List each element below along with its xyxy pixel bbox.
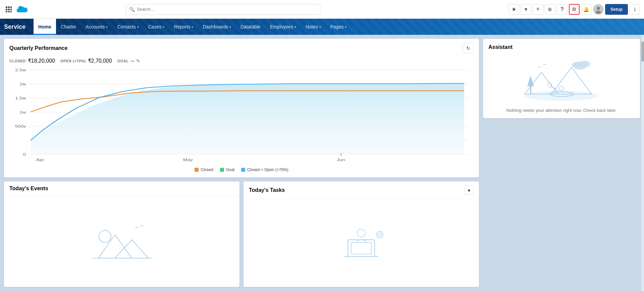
todays-events-body xyxy=(4,196,239,287)
svg-text:500к: 500к xyxy=(15,124,26,128)
search-icon: 🔍 xyxy=(129,7,135,12)
svg-rect-4 xyxy=(8,9,10,10)
svg-marker-43 xyxy=(527,76,534,86)
setup-button[interactable]: Setup xyxy=(605,4,628,15)
nav-item-chatter[interactable]: Chatter xyxy=(56,19,81,35)
question-icon: ? xyxy=(560,6,564,12)
events-illustration xyxy=(88,221,155,262)
svg-rect-1 xyxy=(8,6,10,8)
assistant-illustration xyxy=(521,56,602,102)
todays-tasks-body xyxy=(244,199,479,287)
svg-rect-5 xyxy=(10,9,12,10)
new-button[interactable]: + xyxy=(533,4,543,15)
svg-rect-8 xyxy=(10,11,12,12)
app-name: Service xyxy=(4,23,25,30)
right-panel: Assistant xyxy=(483,35,644,291)
svg-marker-30 xyxy=(115,240,149,258)
nav-item-cases[interactable]: Cases ▾ xyxy=(144,19,169,35)
nav-label-pages: Pages xyxy=(330,24,344,29)
svg-marker-29 xyxy=(98,235,132,258)
nav-label-home: Home xyxy=(38,24,51,29)
tasks-dropdown-button[interactable]: ▾ xyxy=(464,186,474,195)
svg-point-46 xyxy=(572,62,581,68)
todays-tasks-header: Today's Tasks ▾ xyxy=(244,181,479,199)
setup-info-button[interactable]: ℹ xyxy=(629,4,640,15)
employees-chevron-icon: ▾ xyxy=(294,25,296,29)
performance-stats: CLOSED ₹18,20,000 OPEN (>70%) ₹2,70,000 … xyxy=(4,56,479,67)
nav-item-contacts[interactable]: Contacts ▾ xyxy=(112,19,143,35)
contacts-chevron-icon: ▾ xyxy=(137,25,139,29)
chart-svg: 2.5м 2м 1.5м 1м 500к 0 Apr May Jun xyxy=(9,67,474,164)
quarterly-performance-card: Quarterly Performance ↻ CLOSED ₹18,20,00… xyxy=(4,39,479,177)
svg-point-50 xyxy=(547,82,553,88)
performance-chart: 2.5м 2м 1.5м 1м 500к 0 Apr May Jun xyxy=(4,67,479,177)
legend-closed-color xyxy=(195,168,199,172)
svg-rect-0 xyxy=(6,6,7,8)
globe-icon: ⊕ xyxy=(548,6,552,12)
legend-closed-open-label: Closed + Open (>70%) xyxy=(247,167,288,172)
svg-point-48 xyxy=(559,86,564,91)
todays-tasks-title: Today's Tasks xyxy=(249,187,285,193)
nav-item-reports[interactable]: Reports ▾ xyxy=(169,19,198,35)
svg-text:May: May xyxy=(183,158,193,162)
bell-icon: 🔔 xyxy=(583,7,589,12)
assistant-message: Nothing needs your attention right now. … xyxy=(506,108,617,113)
help-button[interactable]: ? xyxy=(557,4,568,15)
quarterly-performance-title: Quarterly Performance xyxy=(9,45,67,51)
legend-closed-open-color xyxy=(241,168,245,172)
nav-item-accounts[interactable]: Accounts ▾ xyxy=(81,19,113,35)
svg-point-31 xyxy=(99,230,111,242)
svg-text:Jun: Jun xyxy=(337,158,345,162)
goal-label: GOAL xyxy=(117,59,129,63)
nav-items: Home Chatter Accounts ▾ Contacts ▾ Cases… xyxy=(34,19,351,35)
nav-label-datatable: Datatable xyxy=(240,24,261,29)
svg-rect-3 xyxy=(6,9,7,10)
nav-item-dashboards[interactable]: Dashboards ▾ xyxy=(198,19,236,35)
todays-events-card: Today's Events xyxy=(4,181,239,287)
right-panel-scrollbar[interactable] xyxy=(641,35,644,291)
nav-item-notes[interactable]: Notes ▾ xyxy=(301,19,326,35)
refresh-icon: ↻ xyxy=(466,46,470,51)
main-content: Quarterly Performance ↻ CLOSED ₹18,20,00… xyxy=(0,35,644,291)
svg-text:1м: 1м xyxy=(19,110,26,114)
grid-icon[interactable] xyxy=(4,5,13,14)
dashboards-chevron-icon: ▾ xyxy=(229,25,231,29)
star-icon: ★ xyxy=(512,6,516,12)
search-input[interactable] xyxy=(126,4,320,15)
goal-edit-icon[interactable]: ✎ xyxy=(136,58,140,64)
svg-point-10 xyxy=(597,7,600,10)
refresh-button[interactable]: ↻ xyxy=(463,43,474,54)
chart-legend: Closed Goal Closed + Open (>70%) xyxy=(9,165,474,175)
legend-goal-color xyxy=(220,168,224,172)
todays-tasks-card: Today's Tasks ▾ xyxy=(244,181,479,287)
nav-item-datatable[interactable]: Datatable xyxy=(236,19,265,35)
todays-events-header: Today's Events xyxy=(4,181,239,196)
nav-item-home[interactable]: Home xyxy=(34,19,56,35)
closed-label: CLOSED xyxy=(9,59,26,63)
reports-chevron-icon: ▾ xyxy=(192,25,193,29)
svg-point-45 xyxy=(580,61,590,67)
global-actions-button[interactable]: ⊕ xyxy=(545,4,555,15)
user-avatar[interactable] xyxy=(593,4,604,15)
chevron-down-icon: ▾ xyxy=(525,6,527,12)
search-bar: 🔍 xyxy=(126,4,320,15)
nav-item-pages[interactable]: Pages ▾ xyxy=(326,19,352,35)
notifications-button[interactable]: 🔔 xyxy=(581,4,592,15)
closed-stat: CLOSED ₹18,20,000 xyxy=(9,58,55,64)
setup-gear-button[interactable]: ⚙ xyxy=(569,4,580,15)
nav-item-employees[interactable]: Employees ▾ xyxy=(265,19,301,35)
favorites-dropdown[interactable]: ▾ xyxy=(521,4,531,15)
pages-chevron-icon: ▾ xyxy=(345,25,346,29)
svg-point-36 xyxy=(357,229,365,237)
assistant-title: Assistant xyxy=(488,44,513,50)
svg-rect-42 xyxy=(530,86,531,94)
favorites-button[interactable]: ★ xyxy=(508,4,519,15)
svg-text:2.5м: 2.5м xyxy=(15,68,26,72)
nav-label-contacts: Contacts xyxy=(117,24,136,29)
svg-rect-2 xyxy=(10,6,12,8)
notes-chevron-icon: ▾ xyxy=(319,25,321,29)
nav-bar: Service Home Chatter Accounts ▾ Contacts… xyxy=(0,19,644,35)
right-panel-scroll-thumb[interactable] xyxy=(641,42,644,62)
tasks-illustration xyxy=(328,223,395,263)
tasks-dropdown-icon: ▾ xyxy=(468,188,470,193)
